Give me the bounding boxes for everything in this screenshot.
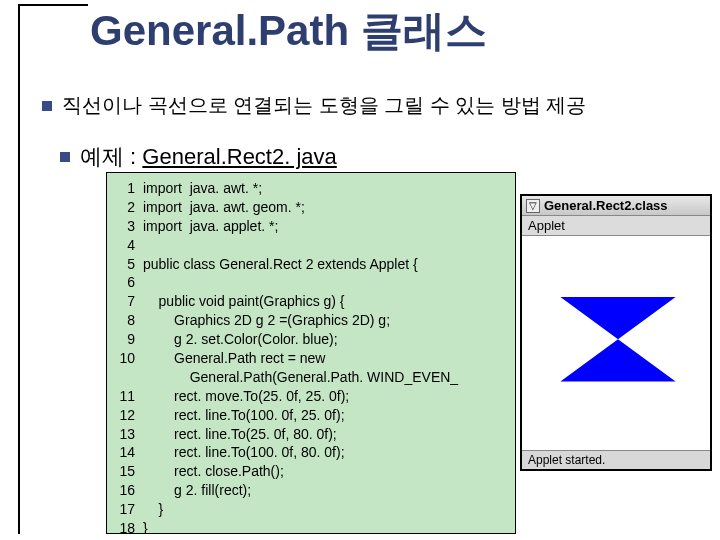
page-title: General.Path 클래스: [90, 8, 487, 54]
code-line: 12 rect. line.To(100. 0f, 25. 0f);: [117, 406, 505, 425]
code-line: 7 public void paint(Graphics g) {: [117, 292, 505, 311]
line-number: 5: [117, 255, 143, 274]
code-text: [143, 236, 505, 255]
code-text: rect. line.To(100. 0f, 80. 0f);: [143, 443, 505, 462]
code-line: 10 General.Path rect = new: [117, 349, 505, 368]
code-text: public void paint(Graphics g) {: [143, 292, 505, 311]
line-number: 6: [117, 273, 143, 292]
code-line: 14 rect. line.To(100. 0f, 80. 0f);: [117, 443, 505, 462]
applet-status-bar: Applet started.: [522, 450, 710, 469]
code-text: public class General.Rect 2 extends Appl…: [143, 255, 505, 274]
code-line: 16 g 2. fill(rect);: [117, 481, 505, 500]
code-line: 6: [117, 273, 505, 292]
line-number: [117, 368, 143, 387]
applet-window: ▽ General.Rect2.class Applet Applet star…: [520, 194, 712, 471]
code-text: g 2. set.Color(Color. blue);: [143, 330, 505, 349]
line-number: 10: [117, 349, 143, 368]
code-text: [143, 273, 505, 292]
code-line: 18}: [117, 519, 505, 534]
line-number: 16: [117, 481, 143, 500]
square-bullet-icon: [60, 152, 70, 162]
code-line: 13 rect. line.To(25. 0f, 80. 0f);: [117, 425, 505, 444]
line-number: 3: [117, 217, 143, 236]
slide-border: [18, 4, 88, 534]
code-line: 17 }: [117, 500, 505, 519]
code-text: General.Path rect = new: [143, 349, 505, 368]
line-number: 9: [117, 330, 143, 349]
line-number: 18: [117, 519, 143, 534]
line-number: 14: [117, 443, 143, 462]
code-text: rect. line.To(25. 0f, 80. 0f);: [143, 425, 505, 444]
line-number: 13: [117, 425, 143, 444]
bullet-example: 예제 : General.Rect2. java: [60, 142, 337, 172]
line-number: 17: [117, 500, 143, 519]
code-line: 11 rect. move.To(25. 0f, 25. 0f);: [117, 387, 505, 406]
line-number: 15: [117, 462, 143, 481]
line-number: 11: [117, 387, 143, 406]
code-text: rect. line.To(100. 0f, 25. 0f);: [143, 406, 505, 425]
applet-menu-item[interactable]: Applet: [522, 216, 710, 236]
line-number: 4: [117, 236, 143, 255]
code-line: General.Path(General.Path. WIND_EVEN_: [117, 368, 505, 387]
line-number: 12: [117, 406, 143, 425]
example-filename: General.Rect2. java: [142, 144, 336, 169]
code-block: 1import java. awt. *;2import java. awt. …: [106, 172, 516, 534]
applet-titlebar: ▽ General.Rect2.class: [522, 196, 710, 216]
code-text: rect. close.Path();: [143, 462, 505, 481]
code-line: 2import java. awt. geom. *;: [117, 198, 505, 217]
line-number: 7: [117, 292, 143, 311]
code-text: Graphics 2D g 2 =(Graphics 2D) g;: [143, 311, 505, 330]
code-line: 15 rect. close.Path();: [117, 462, 505, 481]
bullet-main-text: 직선이나 곡선으로 연결되는 도형을 그릴 수 있는 방법 제공: [62, 92, 586, 119]
applet-window-title: General.Rect2.class: [544, 198, 668, 213]
code-line: 5public class General.Rect 2 extends App…: [117, 255, 505, 274]
bullet-main: 직선이나 곡선으로 연결되는 도형을 그릴 수 있는 방법 제공: [42, 92, 586, 119]
code-line: 8 Graphics 2D g 2 =(Graphics 2D) g;: [117, 311, 505, 330]
code-text: import java. awt. *;: [143, 179, 505, 198]
code-text: import java. awt. geom. *;: [143, 198, 505, 217]
code-line: 9 g 2. set.Color(Color. blue);: [117, 330, 505, 349]
code-text: rect. move.To(25. 0f, 25. 0f);: [143, 387, 505, 406]
code-text: General.Path(General.Path. WIND_EVEN_: [143, 368, 505, 387]
example-label: 예제 :: [80, 144, 136, 169]
code-text: }: [143, 500, 505, 519]
code-text: g 2. fill(rect);: [143, 481, 505, 500]
bowtie-shape: [560, 297, 675, 381]
line-number: 1: [117, 179, 143, 198]
code-line: 4: [117, 236, 505, 255]
code-text: }: [143, 519, 505, 534]
code-text: import java. applet. *;: [143, 217, 505, 236]
window-menu-icon[interactable]: ▽: [526, 199, 540, 213]
square-bullet-icon: [42, 101, 52, 111]
code-line: 3import java. applet. *;: [117, 217, 505, 236]
applet-canvas: [522, 236, 710, 450]
line-number: 2: [117, 198, 143, 217]
code-line: 1import java. awt. *;: [117, 179, 505, 198]
line-number: 8: [117, 311, 143, 330]
